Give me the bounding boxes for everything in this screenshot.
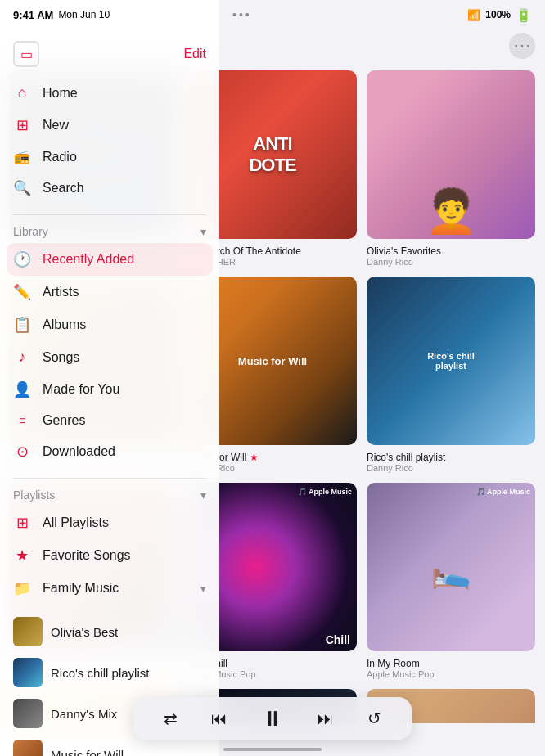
- library-section-title: Library: [13, 225, 48, 238]
- chill-label: Chill: [326, 633, 350, 646]
- playlists-chevron: ▾: [200, 488, 206, 502]
- albums-icon: 📋: [13, 316, 31, 334]
- apple-music-badge-pop: 🎵 Apple Music: [298, 488, 352, 496]
- playlists-section-title: Playlists: [13, 488, 55, 502]
- ricos-chill-thumb: [13, 658, 43, 687]
- library-section: 🕐 Recently Added ✏️ Artists 📋 Albums ♪ S…: [0, 240, 219, 475]
- family-chevron: ▾: [200, 583, 206, 595]
- all-playlists-icon: ⊞: [13, 514, 31, 532]
- next-button[interactable]: ⏭: [318, 709, 334, 728]
- dannys-mix-thumb: [13, 699, 43, 728]
- album-title-rico: Rico's chill playlist: [367, 452, 535, 463]
- prev-button[interactable]: ⏮: [211, 709, 227, 728]
- album-title-olivia: Olivia's Favorites: [367, 245, 535, 257]
- home-icon: ⌂: [13, 84, 31, 101]
- album-artist-rico: Danny Rico: [367, 463, 535, 473]
- sidebar-item-downloaded[interactable]: ⊙ Downloaded: [0, 435, 219, 468]
- radio-icon: 📻: [13, 149, 31, 164]
- home-indicator: [223, 748, 322, 751]
- sidebar-item-recently-added[interactable]: 🕐 Recently Added: [7, 243, 213, 276]
- music-will-label: Music for Will: [51, 748, 124, 757]
- sidebar-item-albums[interactable]: 📋 Albums: [0, 308, 219, 341]
- songs-icon: ♪: [13, 349, 31, 366]
- status-time: 9:41 AM: [13, 9, 53, 21]
- divider-1: [13, 214, 206, 215]
- edit-button[interactable]: Edit: [183, 47, 206, 61]
- sidebar-item-made-for-you[interactable]: 👤 Made for You: [0, 373, 219, 406]
- downloaded-label: Downloaded: [43, 444, 115, 459]
- olivias-best-thumb: [13, 617, 43, 646]
- new-label: New: [43, 118, 69, 133]
- now-playing-bar: ⇄ ⏮ ⏸ ⏭ ↺: [133, 697, 412, 740]
- ricos-chill-label: Rico's chill playlist: [51, 666, 149, 680]
- olivias-best-label: Olivia's Best: [51, 625, 118, 639]
- nav-section: ⌂ Home ⊞ New 📻 Radio 🔍 Search: [0, 74, 219, 211]
- sidebar-item-new[interactable]: ⊞ New: [0, 109, 219, 142]
- album-item-rico-chill[interactable]: Rico's chillplaylist Rico's chill playli…: [367, 277, 535, 473]
- album-item-in-my-room[interactable]: 🎵 Apple Music 🛌 In My Room Apple Music P…: [367, 483, 535, 679]
- status-date: Mon Jun 10: [58, 9, 110, 20]
- sidebar-item-home[interactable]: ⌂ Home: [0, 77, 219, 109]
- genres-icon: ≡: [13, 414, 31, 427]
- sidebar-item-artists[interactable]: ✏️ Artists: [0, 276, 219, 308]
- music-will-thumb: [13, 740, 43, 756]
- search-icon: 🔍: [13, 179, 31, 197]
- made-for-you-icon: 👤: [13, 380, 31, 398]
- home-label: Home: [43, 86, 78, 101]
- recently-added-label: Recently Added: [43, 252, 134, 267]
- library-section-header: Library ▾: [0, 218, 219, 240]
- sidebar-item-family-music[interactable]: 📁 Family Music ▾: [0, 572, 219, 605]
- family-music-label: Family Music: [43, 581, 119, 596]
- songs-label: Songs: [43, 350, 79, 365]
- status-bar: ••• 📶 100% 🔋: [219, 0, 545, 29]
- downloaded-icon: ⊙: [13, 443, 31, 461]
- favorite-songs-icon: ★: [13, 547, 31, 565]
- sidebar-item-all-playlists[interactable]: ⊞ All Playlists: [0, 506, 219, 539]
- playlist-item-ricos-chill[interactable]: Rico's chill playlist: [0, 652, 219, 693]
- albums-label: Albums: [43, 317, 86, 332]
- battery-label: 100%: [485, 9, 511, 20]
- repeat-button[interactable]: ↺: [367, 709, 381, 728]
- sidebar-item-radio[interactable]: 📻 Radio: [0, 142, 219, 172]
- album-artist-olivia: Danny Rico: [367, 257, 535, 267]
- more-button[interactable]: ⋯: [509, 33, 535, 59]
- dannys-mix-label: Danny's Mix: [51, 707, 117, 721]
- divider-2: [13, 478, 206, 479]
- playlists-section: ⊞ All Playlists ★ Favorite Songs 📁 Famil…: [0, 503, 219, 611]
- artists-label: Artists: [43, 285, 79, 299]
- sidebar-item-songs[interactable]: ♪ Songs: [0, 341, 219, 373]
- sidebar: 9:41 AM Mon Jun 10 ▭ Edit ⌂ Home ⊞ New 📻…: [0, 0, 219, 756]
- genres-label: Genres: [43, 413, 85, 428]
- album-title-room: In My Room: [367, 658, 535, 669]
- recently-added-icon: 🕐: [13, 250, 31, 268]
- new-icon: ⊞: [13, 116, 31, 134]
- artists-icon: ✏️: [13, 283, 31, 301]
- album-item-olivia-fav[interactable]: 🧑‍🦱 Olivia's Favorites Danny Rico: [367, 70, 535, 267]
- library-chevron: ▾: [200, 225, 206, 238]
- favorite-songs-label: Favorite Songs: [43, 548, 131, 563]
- search-label: Search: [43, 181, 84, 196]
- radio-label: Radio: [43, 150, 77, 164]
- album-artist-room: Apple Music Pop: [367, 669, 535, 679]
- playlist-item-olivias-best[interactable]: Olivia's Best: [0, 611, 219, 652]
- status-dots: •••: [232, 8, 252, 21]
- made-for-you-label: Made for You: [43, 382, 119, 397]
- battery-icon: 🔋: [516, 7, 532, 23]
- sidebar-icon-box[interactable]: ▭: [13, 41, 39, 67]
- sidebar-item-genres[interactable]: ≡ Genres: [0, 406, 219, 435]
- library-icon: ▭: [20, 47, 33, 62]
- shuffle-button[interactable]: ⇄: [164, 709, 178, 728]
- all-playlists-label: All Playlists: [43, 515, 109, 530]
- play-pause-button[interactable]: ⏸: [262, 706, 283, 731]
- sidebar-item-search[interactable]: 🔍 Search: [0, 172, 219, 205]
- sidebar-item-favorite-songs[interactable]: ★ Favorite Songs: [0, 539, 219, 572]
- family-music-icon: 📁: [13, 579, 31, 597]
- wifi-icon: 📶: [467, 9, 480, 21]
- playlists-section-header: Playlists ▾: [0, 482, 219, 503]
